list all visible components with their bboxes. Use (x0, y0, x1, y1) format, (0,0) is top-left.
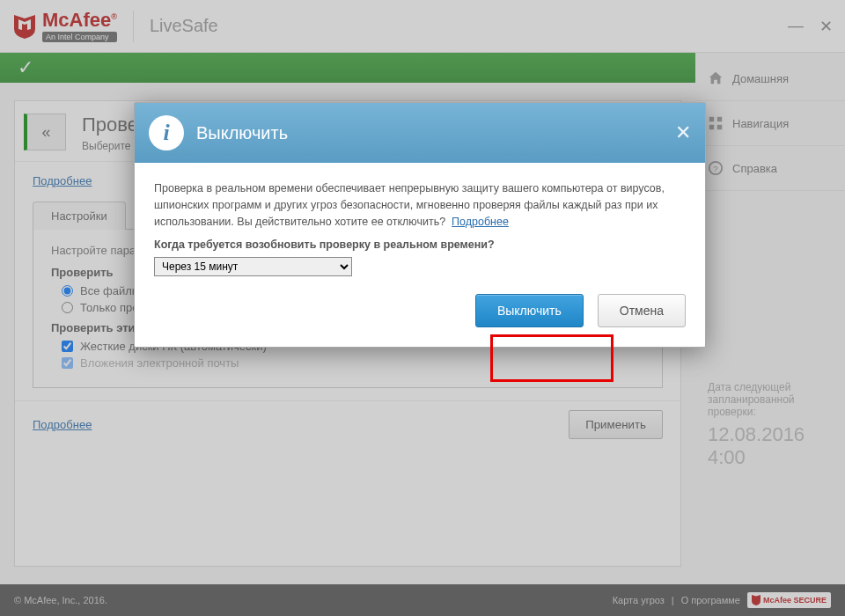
dialog-close-button[interactable]: ✕ (675, 121, 691, 144)
resume-time-select[interactable]: Через 15 минут (154, 257, 352, 276)
dialog-title: Выключить (196, 123, 288, 143)
disable-confirm-button[interactable]: Выключить (475, 294, 584, 327)
dialog-question: Когда требуется возобновить проверку в р… (154, 237, 686, 253)
dialog-body-text: Проверка в реальном времени обеспечивает… (154, 182, 665, 228)
disable-dialog: i Выключить ✕ Проверка в реальном времен… (134, 102, 706, 348)
info-icon: i (149, 115, 184, 150)
cancel-button[interactable]: Отмена (598, 294, 686, 327)
dialog-learn-more-link[interactable]: Подробнее (452, 216, 509, 228)
